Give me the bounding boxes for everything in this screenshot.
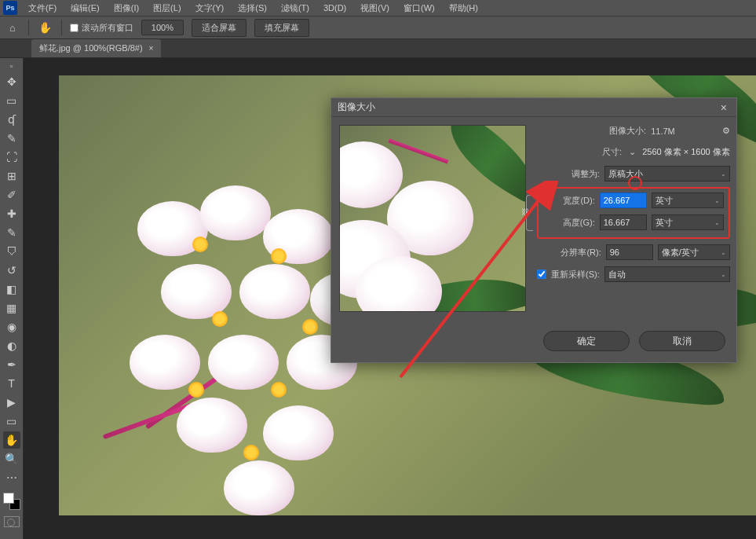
close-icon[interactable]: × — [718, 101, 730, 114]
constrain-proportions-icon[interactable]: ⛓ — [521, 195, 532, 229]
resample-select[interactable]: 自动 ⌄ — [604, 266, 730, 282]
pen-tool[interactable]: ✒ — [3, 356, 20, 373]
crop-tool[interactable]: ⛶ — [3, 148, 20, 166]
ok-button[interactable]: 确定 — [543, 331, 630, 351]
chevron-down-icon: ⌄ — [714, 219, 720, 226]
menu-view[interactable]: 视图(V) — [354, 1, 396, 16]
chevron-down-icon: ⌄ — [714, 197, 720, 204]
edit-toolbar[interactable]: ⋯ — [3, 469, 20, 486]
menu-bar: Ps 文件(F) 编辑(E) 图像(I) 图层(L) 文字(Y) 选择(S) 滤… — [0, 0, 756, 16]
zoom-tool[interactable]: 🔍 — [3, 450, 20, 468]
fit-to-label: 调整为: — [572, 168, 600, 180]
home-icon[interactable]: ⌂ — [5, 20, 20, 35]
chevron-down-icon: ⌄ — [721, 249, 726, 256]
blur-tool[interactable]: ◉ — [3, 318, 20, 336]
image-size-dialog: 图像大小 × 图像大小: 11.7M ⚙ 尺寸: ⌄ 2560 像素 — [331, 97, 737, 363]
toolbox: » ✥ ▭ ʠ ✎ ⛶ ⊞ ✐ ✚ ✎ ⛉ ↺ ◧ ▦ ◉ ◐ ✒ T ▶ ▭ … — [0, 58, 24, 539]
height-label: 高度(G): — [563, 217, 595, 229]
clone-stamp-tool[interactable]: ⛉ — [3, 243, 20, 260]
lasso-tool[interactable]: ʠ — [3, 111, 20, 128]
hand-tool[interactable]: ✋ — [3, 431, 20, 449]
path-select-tool[interactable]: ▶ — [3, 394, 20, 411]
marquee-tool[interactable]: ▭ — [3, 92, 20, 109]
resample-label: 重新采样(S): — [551, 269, 600, 280]
dimensions-value: 2560 像素 × 1600 像素 — [642, 146, 730, 158]
quick-mask-toggle[interactable] — [4, 516, 20, 527]
fit-to-value: 原稿大小 — [608, 168, 643, 180]
resolution-input[interactable] — [606, 244, 653, 260]
image-size-value: 11.7M — [651, 126, 675, 136]
menu-window[interactable]: 窗口(W) — [397, 1, 441, 16]
resolution-unit-value: 像素/英寸 — [662, 247, 699, 258]
document-tab-label: 鲜花.jpg @ 100%(RGB/8#) — [39, 42, 143, 54]
height-unit-value: 英寸 — [656, 217, 673, 229]
menu-type[interactable]: 文字(Y) — [189, 1, 231, 16]
app-logo: Ps — [3, 1, 17, 15]
eyedropper-tool[interactable]: ✐ — [3, 186, 20, 204]
image-preview[interactable] — [339, 125, 526, 312]
gradient-tool[interactable]: ▦ — [3, 299, 20, 317]
menu-select[interactable]: 选择(S) — [232, 1, 273, 16]
menu-edit[interactable]: 编辑(E) — [64, 1, 106, 16]
history-brush-tool[interactable]: ↺ — [3, 262, 20, 279]
resample-checkbox[interactable] — [537, 270, 546, 279]
divider — [28, 20, 29, 35]
hand-tool-icon[interactable]: ✋ — [37, 20, 53, 35]
width-unit-select[interactable]: 英寸 ⌄ — [652, 192, 724, 208]
menu-image[interactable]: 图像(I) — [108, 1, 145, 16]
resolution-label: 分辨率(R): — [561, 247, 601, 258]
menu-file[interactable]: 文件(F) — [22, 1, 63, 16]
dimensions-disclosure-icon[interactable]: ⌄ — [626, 147, 637, 157]
dialog-body: 图像大小: 11.7M ⚙ 尺寸: ⌄ 2560 像素 × 1600 像素 调整… — [331, 117, 736, 323]
healing-brush-tool[interactable]: ✚ — [3, 205, 20, 222]
scroll-all-windows-label: 滚动所有窗口 — [82, 22, 133, 34]
dialog-title-text: 图像大小 — [338, 101, 375, 114]
chevron-down-icon: ⌄ — [721, 271, 726, 278]
fit-screen-button[interactable]: 适合屏幕 — [192, 19, 247, 37]
dialog-titlebar[interactable]: 图像大小 × — [331, 98, 736, 117]
menu-filter[interactable]: 滤镜(T) — [275, 1, 316, 16]
close-tab-icon[interactable]: × — [149, 44, 154, 53]
toolbox-expand-icon[interactable]: » — [8, 61, 14, 72]
dimensions-label: 尺寸: — [602, 146, 622, 158]
move-tool[interactable]: ✥ — [3, 73, 20, 90]
height-input[interactable] — [600, 214, 647, 230]
menu-layer[interactable]: 图层(L) — [147, 1, 187, 16]
type-tool[interactable]: T — [3, 375, 20, 392]
foreground-color[interactable] — [3, 493, 14, 504]
menu-3d[interactable]: 3D(D) — [317, 2, 352, 14]
color-swatch[interactable] — [3, 493, 20, 510]
scroll-all-windows-checkbox[interactable]: 滚动所有窗口 — [70, 22, 133, 34]
resolution-unit-select[interactable]: 像素/英寸 ⌄ — [658, 244, 730, 260]
frame-tool[interactable]: ⊞ — [3, 167, 20, 185]
divider — [61, 20, 62, 35]
cancel-button[interactable]: 取消 — [639, 331, 725, 351]
shape-tool[interactable]: ▭ — [3, 412, 20, 430]
width-input[interactable] — [600, 192, 647, 208]
dialog-form: 图像大小: 11.7M ⚙ 尺寸: ⌄ 2560 像素 × 1600 像素 调整… — [537, 125, 730, 312]
image-size-label: 图像大小: — [609, 125, 646, 137]
quick-select-tool[interactable]: ✎ — [3, 130, 20, 147]
dodge-tool[interactable]: ◐ — [3, 337, 20, 354]
resample-value: 自动 — [608, 269, 626, 280]
document-tab[interactable]: 鲜花.jpg @ 100%(RGB/8#) × — [31, 39, 161, 57]
width-label: 宽度(D): — [563, 195, 594, 207]
gear-icon[interactable]: ⚙ — [722, 126, 730, 136]
eraser-tool[interactable]: ◧ — [3, 280, 20, 298]
height-unit-select[interactable]: 英寸 ⌄ — [652, 214, 724, 230]
width-height-highlight: ⛓ 宽度(D): 英寸 ⌄ 高度(G): 英寸 ⌄ — [537, 187, 730, 239]
dialog-footer: 确定 取消 — [331, 323, 736, 362]
options-bar: ⌂ ✋ 滚动所有窗口 100% 适合屏幕 填充屏幕 — [0, 16, 756, 39]
width-unit-value: 英寸 — [656, 195, 673, 207]
fit-to-select[interactable]: 原稿大小 ⌄ — [604, 166, 730, 182]
zoom-level-button[interactable]: 100% — [141, 20, 184, 35]
menu-help[interactable]: 帮助(H) — [443, 1, 484, 16]
fill-screen-button[interactable]: 填充屏幕 — [254, 19, 309, 37]
document-tab-bar: 鲜花.jpg @ 100%(RGB/8#) × — [0, 39, 756, 58]
scroll-all-windows-input[interactable] — [70, 24, 79, 32]
brush-tool[interactable]: ✎ — [3, 224, 20, 241]
chevron-down-icon: ⌄ — [721, 170, 726, 178]
